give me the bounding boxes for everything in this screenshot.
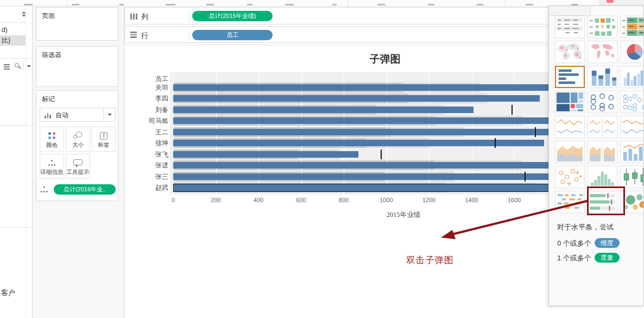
- sort-fields-icon[interactable]: [22, 11, 27, 18]
- row-label-赵武[interactable]: 赵武: [122, 183, 168, 192]
- showme-hint-text: 对于水平条，尝试: [557, 222, 614, 232]
- x-tick-0: 0: [160, 197, 187, 203]
- filters-shelf-label: 筛选器: [36, 47, 118, 60]
- pages-shelf[interactable]: 页面: [36, 7, 118, 41]
- x-tick-200: 200: [203, 197, 230, 203]
- field-item-bottom[interactable]: 客户: [1, 288, 15, 298]
- size-button[interactable]: 大小: [66, 127, 90, 152]
- view-as-list-icon[interactable]: [4, 64, 10, 70]
- toolbar-fragment: [526, 4, 533, 5]
- text-label-icon: T: [100, 132, 108, 140]
- x-axis-title[interactable]: 2015年业绩: [387, 210, 421, 220]
- reference-line-王二: [535, 127, 536, 137]
- row-label-司马懿[interactable]: 司马懿: [122, 116, 168, 126]
- showme-treemap[interactable]: [555, 91, 585, 113]
- data-pane-sliver: d) 比) 客户: [0, 7, 33, 318]
- toolbar-fragment: [166, 4, 175, 5]
- label-button[interactable]: T 标签: [92, 127, 116, 152]
- bullet-bar-关羽[interactable]: [173, 84, 578, 91]
- show-me-panel: 对于水平条，尝试 0 个或多个维度 1 个或多个度量: [548, 5, 644, 306]
- detail-button[interactable]: 详细信息: [40, 154, 64, 179]
- row-label-王二[interactable]: 王二: [122, 128, 168, 137]
- showme-stacked-bars[interactable]: [588, 66, 617, 88]
- mark-type-dropdown[interactable]: 自动: [40, 108, 116, 122]
- showme-text-table[interactable]: [555, 16, 585, 38]
- row-label-徐坤[interactable]: 徐坤: [122, 139, 168, 148]
- bullet-bar-赵武[interactable]: [173, 184, 599, 192]
- showme-histogram[interactable]: [588, 166, 617, 188]
- pages-shelf-label: 页面: [36, 8, 118, 21]
- row-label-张三[interactable]: 张三: [122, 172, 168, 182]
- annotation-text: 双击子弹图: [406, 254, 454, 266]
- showme-scatter-plot[interactable]: [555, 166, 585, 188]
- toolbar-separator: [505, 0, 506, 6]
- showme-circle-views[interactable]: [588, 91, 617, 113]
- tooltip-button[interactable]: 工具提示: [66, 154, 90, 179]
- showme-requirement-dimensions: 0 个或多个维度: [557, 238, 620, 248]
- rows-icon: [130, 32, 138, 39]
- showme-box-and-whisker[interactable]: [620, 166, 644, 188]
- x-tick-1200: 1200: [415, 197, 443, 203]
- row-label-关羽[interactable]: 关羽: [122, 83, 168, 92]
- bullet-bar-李四[interactable]: [173, 95, 540, 102]
- toolbar-fragment: [377, 4, 385, 5]
- pane-menu-chevron-down-icon[interactable]: [27, 65, 31, 67]
- mark-type-chevron[interactable]: [103, 108, 115, 121]
- showme-bullet-graph[interactable]: [588, 191, 617, 213]
- x-tick-1600: 1600: [501, 197, 528, 203]
- rows-shelf[interactable]: 行 员工: [124, 26, 601, 43]
- row-label-李四[interactable]: 李四: [122, 94, 168, 103]
- columns-pill[interactable]: 总计(2015年业绩): [192, 11, 273, 21]
- field-item-truncated[interactable]: d): [2, 26, 8, 34]
- showme-discrete-lines[interactable]: [588, 116, 617, 138]
- bullet-bar-张飞[interactable]: [173, 151, 358, 158]
- showme-packed-bubbles[interactable]: [620, 191, 644, 213]
- rows-pill[interactable]: 员工: [192, 30, 273, 40]
- showme-dual-combination[interactable]: [620, 141, 644, 163]
- row-label-张飞[interactable]: 张飞: [122, 150, 168, 159]
- bullet-bar-王二[interactable]: [173, 129, 578, 135]
- reference-line-张飞: [381, 149, 382, 159]
- show-me-button-fragment[interactable]: [607, 0, 614, 3]
- showme-horizontal-bars[interactable]: [555, 66, 585, 88]
- showme-heat-map[interactable]: [588, 16, 617, 38]
- bullet-bar-司马懿[interactable]: [173, 117, 599, 124]
- mark-type-value: 自动: [55, 111, 68, 120]
- toolbar-fragment: [285, 4, 294, 5]
- show-me-panel-notch: [549, 6, 591, 16]
- row-field-header[interactable]: 员工: [122, 74, 168, 84]
- showme-side-by-side-bars[interactable]: [620, 66, 644, 88]
- field-item-highlighted[interactable]: 比): [0, 35, 26, 46]
- showme-filled-map[interactable]: [588, 41, 617, 63]
- showme-gantt[interactable]: [555, 191, 585, 213]
- toolbar-fragment: [119, 4, 124, 5]
- search-icon[interactable]: [15, 63, 21, 70]
- showme-highlight-table[interactable]: [620, 16, 644, 38]
- toolbar-separator: [67, 0, 67, 6]
- showme-dual-lines[interactable]: [620, 116, 644, 138]
- filters-shelf[interactable]: 筛选器: [36, 46, 118, 87]
- bullet-bar-张进[interactable]: [173, 162, 589, 169]
- chart-title: 子弹图: [170, 52, 600, 66]
- x-tick-1400: 1400: [458, 197, 485, 203]
- showme-continuous-area[interactable]: [555, 141, 585, 163]
- size-circles-icon: [73, 132, 83, 140]
- toolbar-fragment: [24, 4, 33, 5]
- showme-pie-chart[interactable]: [620, 41, 644, 63]
- showme-continuous-lines[interactable]: [555, 116, 585, 138]
- columns-shelf[interactable]: 列 总计(2015年业绩): [124, 7, 601, 24]
- showme-side-by-side-circles[interactable]: [620, 91, 644, 113]
- bullet-bar-徐坤[interactable]: [173, 140, 544, 146]
- bullet-bar-刘备[interactable]: [173, 107, 473, 113]
- color-button[interactable]: 颜色: [40, 127, 64, 152]
- reference-line-张三: [525, 172, 526, 182]
- showme-symbol-map[interactable]: [555, 41, 585, 63]
- toolbar-fragment: [428, 4, 434, 5]
- marks-detail-pill[interactable]: 总计(2016年业..: [54, 184, 116, 195]
- bullet-bar-张三[interactable]: [173, 173, 567, 180]
- detail-dots-icon: [41, 185, 48, 194]
- showme-discrete-area[interactable]: [588, 141, 617, 163]
- row-label-张进[interactable]: 张进: [122, 161, 168, 170]
- row-label-刘备[interactable]: 刘备: [122, 105, 168, 115]
- toolbar-separator: [348, 0, 348, 6]
